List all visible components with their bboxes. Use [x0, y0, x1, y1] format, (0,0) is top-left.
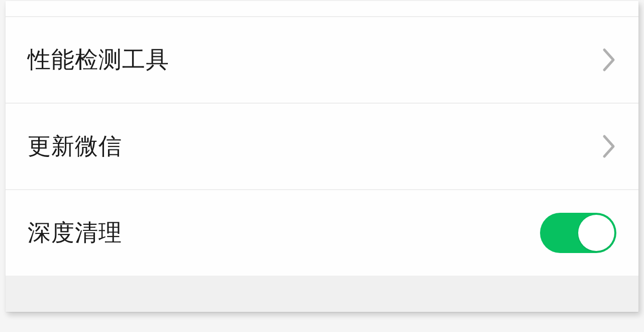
- row-label: 深度清理: [28, 217, 122, 248]
- row-performance-tool[interactable]: 性能检测工具: [6, 16, 638, 103]
- footer-spacer: [6, 276, 638, 312]
- settings-list: 性能检测工具 更新微信 深度清理: [6, 1, 638, 276]
- deep-clean-toggle[interactable]: [540, 213, 616, 253]
- settings-panel: 性能检测工具 更新微信 深度清理: [6, 1, 638, 312]
- toggle-knob: [578, 215, 614, 251]
- row-deep-clean[interactable]: 深度清理: [6, 189, 638, 276]
- row-label: 性能检测工具: [28, 44, 169, 75]
- row-label: 更新微信: [28, 131, 122, 162]
- row-update-wechat[interactable]: 更新微信: [6, 103, 638, 189]
- chevron-right-icon: [602, 48, 616, 72]
- chevron-right-icon: [602, 134, 616, 158]
